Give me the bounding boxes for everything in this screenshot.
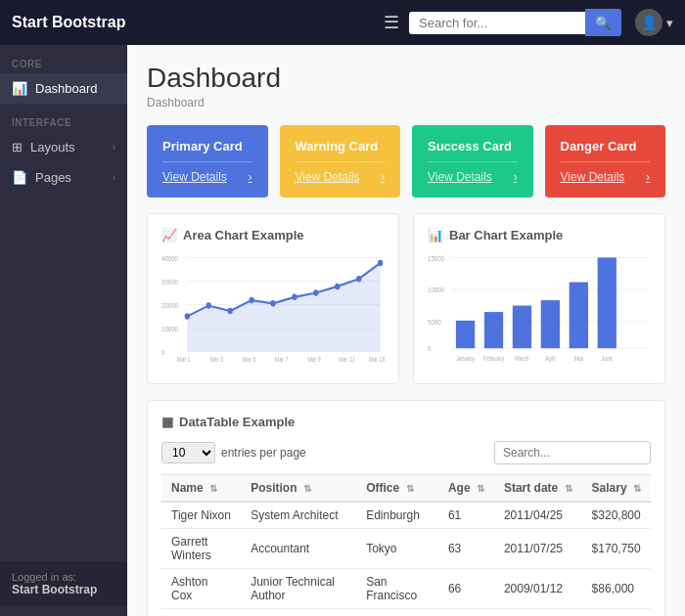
table-row: Garrett WintersAccountantTokyo632011/07/… bbox=[161, 529, 651, 569]
layouts-icon: ⊞ bbox=[12, 140, 23, 154]
cell-position: Junior Technical Author bbox=[241, 569, 356, 609]
card-warning-link[interactable]: View Details › bbox=[296, 161, 386, 184]
bar-chart-card: 📊 Bar Chart Example 15000 10000 5000 0 bbox=[413, 213, 665, 384]
area-chart-title: Area Chart Example bbox=[183, 228, 304, 242]
entries-select[interactable]: 10 25 50 100 bbox=[161, 442, 215, 463]
bar-chart-body: 15000 10000 5000 0 bbox=[428, 252, 651, 370]
card-danger: Danger Card View Details › bbox=[545, 125, 666, 198]
svg-text:Mar 11: Mar 11 bbox=[339, 357, 354, 364]
search-button[interactable]: 🔍 bbox=[585, 9, 621, 36]
svg-rect-41 bbox=[598, 257, 616, 348]
cell-name: Cedric Kelly bbox=[161, 609, 241, 617]
cell-salary: $170,750 bbox=[582, 529, 651, 569]
sidebar-section-core: CORE bbox=[0, 45, 127, 73]
cards-row: Primary Card View Details › Warning Card… bbox=[147, 125, 665, 198]
svg-text:15000: 15000 bbox=[428, 254, 444, 262]
cell-name: Garrett Winters bbox=[161, 529, 241, 569]
card-warning-arrow-icon: › bbox=[381, 170, 385, 184]
table-header-row: Name ⇅ Position ⇅ Office ⇅ Age ⇅ Start d… bbox=[161, 475, 651, 503]
sidebar-item-pages[interactable]: 📄 Pages › bbox=[0, 162, 127, 193]
datatable-header: ▦ DataTable Example bbox=[161, 415, 651, 429]
navbar-user[interactable]: 👤 ▾ bbox=[635, 9, 673, 36]
sidebar: CORE 📊 Dashboard INTERFACE ⊞ Layouts › 📄… bbox=[0, 45, 127, 616]
svg-text:June: June bbox=[602, 356, 614, 363]
svg-text:10000: 10000 bbox=[428, 286, 444, 294]
table-search bbox=[494, 441, 651, 464]
table-search-input[interactable] bbox=[494, 441, 651, 464]
navbar: Start Bootstrap ☰ 🔍 👤 ▾ bbox=[0, 0, 685, 45]
card-success-link[interactable]: View Details › bbox=[428, 161, 518, 184]
table-body: Tiger NixonSystem ArchitectEdinburgh6120… bbox=[161, 502, 651, 616]
svg-point-15 bbox=[270, 300, 275, 307]
table-row: Cedric KellySenior Javascript DeveloperE… bbox=[161, 609, 651, 617]
pages-icon: 📄 bbox=[12, 170, 27, 185]
sidebar-section-interface: INTERFACE bbox=[0, 104, 127, 132]
svg-text:Mar 9: Mar 9 bbox=[307, 357, 321, 364]
table-row: Tiger NixonSystem ArchitectEdinburgh6120… bbox=[161, 502, 651, 529]
svg-point-18 bbox=[335, 284, 340, 290]
cell-name: Tiger Nixon bbox=[161, 502, 241, 529]
card-primary-link-text: View Details bbox=[162, 170, 227, 184]
entries-label: entries per page bbox=[221, 446, 306, 460]
cell-start_date: 2009/01/12 bbox=[494, 569, 582, 609]
svg-rect-38 bbox=[513, 306, 531, 349]
svg-point-14 bbox=[249, 297, 253, 304]
svg-point-12 bbox=[206, 302, 211, 309]
sidebar-item-dashboard[interactable]: 📊 Dashboard bbox=[0, 73, 127, 104]
svg-text:20000: 20000 bbox=[161, 301, 178, 309]
bar-chart-svg: 15000 10000 5000 0 bbox=[428, 252, 651, 370]
cell-age: 22 bbox=[438, 609, 494, 617]
cell-start_date: 2011/07/25 bbox=[494, 529, 582, 569]
col-age[interactable]: Age ⇅ bbox=[438, 475, 494, 503]
dashboard-icon: 📊 bbox=[12, 81, 27, 96]
col-salary[interactable]: Salary ⇅ bbox=[582, 475, 651, 503]
cell-position: Senior Javascript Developer bbox=[241, 609, 356, 617]
breadcrumb: Dashboard bbox=[147, 96, 665, 110]
card-danger-link-text: View Details bbox=[561, 170, 625, 184]
datatable-controls: 10 25 50 100 entries per page bbox=[161, 441, 651, 464]
sidebar-logged-in-label: Logged in as: bbox=[12, 571, 115, 583]
cell-age: 61 bbox=[438, 502, 494, 529]
svg-text:10000: 10000 bbox=[161, 325, 178, 332]
col-start-date[interactable]: Start date ⇅ bbox=[494, 475, 582, 503]
navbar-toggle-button[interactable]: ☰ bbox=[384, 12, 399, 33]
card-danger-arrow-icon: › bbox=[646, 170, 650, 184]
cell-salary: $433,060 bbox=[582, 609, 651, 617]
area-chart-body: 40000 30000 20000 10000 0 bbox=[161, 252, 385, 370]
sort-icon-startdate: ⇅ bbox=[565, 483, 572, 494]
cell-position: System Architect bbox=[241, 502, 356, 529]
card-danger-link[interactable]: View Details › bbox=[561, 161, 651, 184]
card-success-title: Success Card bbox=[428, 139, 518, 154]
cell-start_date: 2012/03/29 bbox=[494, 609, 582, 617]
navbar-brand: Start Bootstrap bbox=[12, 14, 125, 31]
svg-text:Mar 1: Mar 1 bbox=[177, 357, 190, 364]
area-chart-svg: 40000 30000 20000 10000 0 bbox=[161, 252, 385, 370]
cell-position: Accountant bbox=[241, 529, 356, 569]
page-title: Dashboard bbox=[147, 63, 665, 94]
card-primary-arrow-icon: › bbox=[249, 170, 252, 184]
cell-office: Edinburgh bbox=[356, 502, 438, 529]
sidebar-username: Start Bootstrap bbox=[12, 583, 115, 596]
svg-rect-37 bbox=[484, 312, 503, 348]
bar-chart-icon: 📊 bbox=[428, 228, 443, 242]
svg-text:Mar 3: Mar 3 bbox=[209, 357, 223, 364]
svg-text:May: May bbox=[573, 356, 583, 363]
col-office[interactable]: Office ⇅ bbox=[356, 475, 438, 503]
svg-text:0: 0 bbox=[428, 345, 432, 353]
col-position[interactable]: Position ⇅ bbox=[241, 475, 356, 503]
col-name[interactable]: Name ⇅ bbox=[161, 475, 241, 503]
area-chart-icon: 📈 bbox=[161, 228, 177, 242]
sidebar-item-layouts[interactable]: ⊞ Layouts › bbox=[0, 132, 127, 162]
sidebar-item-dashboard-label: Dashboard bbox=[35, 81, 115, 96]
search-input[interactable] bbox=[409, 12, 585, 34]
svg-text:0: 0 bbox=[161, 348, 165, 356]
card-primary-link[interactable]: View Details › bbox=[162, 161, 252, 184]
svg-text:Mar 7: Mar 7 bbox=[275, 357, 288, 364]
svg-rect-39 bbox=[541, 300, 560, 348]
sort-icon-salary: ⇅ bbox=[633, 483, 641, 494]
card-danger-title: Danger Card bbox=[561, 139, 651, 154]
sort-icon-position: ⇅ bbox=[303, 483, 311, 494]
main-layout: CORE 📊 Dashboard INTERFACE ⊞ Layouts › 📄… bbox=[0, 45, 685, 616]
bar-chart-header: 📊 Bar Chart Example bbox=[428, 228, 651, 242]
user-avatar: 👤 bbox=[635, 9, 662, 36]
